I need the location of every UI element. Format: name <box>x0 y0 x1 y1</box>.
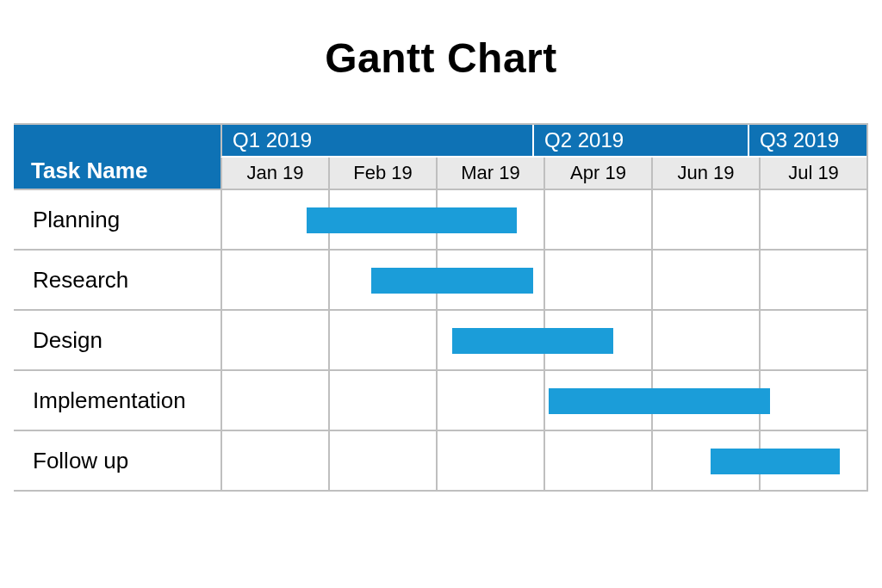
task-row: Design <box>14 311 866 371</box>
grid-cell <box>543 431 651 490</box>
task-bar <box>711 449 840 474</box>
grid-cell <box>436 371 543 430</box>
quarter-cell: Q3 2019 <box>748 125 866 158</box>
month-header-row: Task Name Jan 19Feb 19Mar 19Apr 19Jun 19… <box>14 158 866 190</box>
grid-cell <box>328 311 436 369</box>
grid-cell <box>651 190 759 249</box>
grid-cell <box>651 311 759 369</box>
task-row: Follow up <box>14 431 866 492</box>
task-bar-strip <box>220 371 866 431</box>
grid-cell <box>759 311 866 369</box>
grid-cell <box>759 371 866 430</box>
grid-cell <box>220 251 328 309</box>
task-name-cell: Design <box>14 311 220 371</box>
grid-cell <box>220 371 328 430</box>
quarter-header-row: Q1 2019Q2 2019Q3 2019 <box>14 125 866 158</box>
task-name-cell: Follow up <box>14 431 220 492</box>
month-cell: Jul 19 <box>759 158 866 190</box>
task-name-cell: Implementation <box>14 371 220 431</box>
grid-cell <box>436 431 543 490</box>
task-row: Planning <box>14 190 866 251</box>
task-bar-strip <box>220 251 866 311</box>
task-row: Implementation <box>14 371 866 431</box>
quarter-cell: Q1 2019 <box>220 125 532 158</box>
task-bar-strip <box>220 190 866 251</box>
grid-cell <box>220 311 328 369</box>
task-name-cell: Planning <box>14 190 220 251</box>
chart-title: Gantt Chart <box>14 34 868 82</box>
grid-cell <box>543 251 651 309</box>
task-bar <box>371 268 533 294</box>
month-cell: Jan 19 <box>220 158 328 190</box>
month-cell: Mar 19 <box>436 158 543 190</box>
gantt-chart: Q1 2019Q2 2019Q3 2019 Task Name Jan 19Fe… <box>14 123 868 492</box>
month-cell: Jun 19 <box>651 158 759 190</box>
task-bar <box>307 207 517 233</box>
task-name-header-top <box>14 125 220 158</box>
grid-cell <box>651 251 759 309</box>
grid-cell <box>328 431 436 490</box>
month-cell: Apr 19 <box>543 158 651 190</box>
task-row: Research <box>14 251 866 311</box>
quarter-cell: Q2 2019 <box>532 125 748 158</box>
grid-cell <box>543 190 651 249</box>
task-name-header: Task Name <box>14 158 220 190</box>
grid-cell <box>759 190 866 249</box>
task-bar-strip <box>220 431 866 492</box>
month-cell: Feb 19 <box>328 158 436 190</box>
task-bar-strip <box>220 311 866 371</box>
task-name-cell: Research <box>14 251 220 311</box>
grid-cell <box>759 251 866 309</box>
task-bar <box>549 388 769 414</box>
task-bar <box>452 328 614 354</box>
grid-cell <box>328 371 436 430</box>
grid-cell <box>220 431 328 490</box>
